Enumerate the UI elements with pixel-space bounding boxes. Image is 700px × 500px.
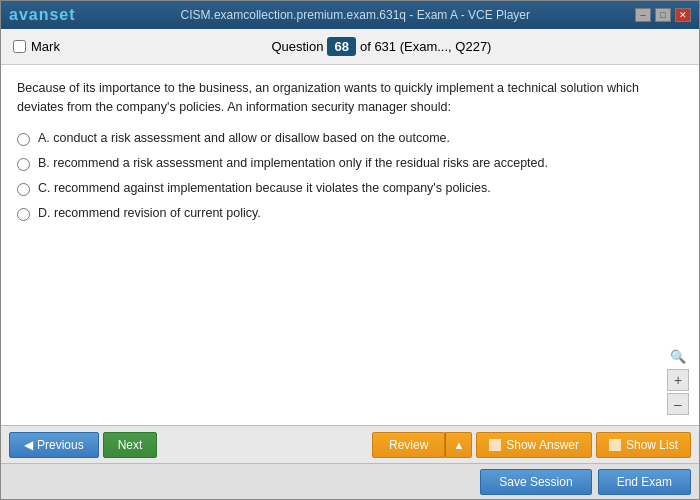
mark-label[interactable]: Mark — [13, 39, 60, 54]
question-label: Question — [271, 39, 323, 54]
show-answer-icon — [489, 439, 501, 451]
nav-bar: ◀ Previous Next Review ▲ Show Answer Sho… — [1, 425, 699, 463]
question-number-badge: 68 — [327, 37, 355, 56]
question-info: Question 68 of 631 (Exam..., Q227) — [76, 37, 687, 56]
show-answer-button[interactable]: Show Answer — [476, 432, 592, 458]
logo-suffix: set — [49, 6, 75, 23]
zoom-in-button[interactable]: + — [667, 369, 689, 391]
logo-area: avanset — [9, 6, 76, 24]
toolbar: Mark Question 68 of 631 (Exam..., Q227) — [1, 29, 699, 65]
mark-checkbox[interactable] — [13, 40, 26, 53]
title-bar: avanset CISM.examcollection.premium.exam… — [1, 1, 699, 29]
radio-c[interactable] — [17, 183, 30, 196]
answer-label-d: D. recommend revision of current policy. — [38, 206, 261, 220]
review-button[interactable]: Review — [372, 432, 445, 458]
answer-option-d: D. recommend revision of current policy. — [17, 206, 683, 221]
answer-option-b: B. recommend a risk assessment and imple… — [17, 156, 683, 171]
maximize-button[interactable]: □ — [655, 8, 671, 22]
answer-option-c: C. recommend against implementation beca… — [17, 181, 683, 196]
zoom-out-button[interactable]: – — [667, 393, 689, 415]
question-total: of 631 (Exam..., Q227) — [360, 39, 492, 54]
bottom-bar: Save Session End Exam — [1, 463, 699, 499]
next-button[interactable]: Next — [103, 432, 158, 458]
window-title: CISM.examcollection.premium.exam.631q - … — [76, 8, 635, 22]
previous-button[interactable]: ◀ Previous — [9, 432, 99, 458]
prev-arrow-icon: ◀ — [24, 438, 33, 452]
answer-option-a: A. conduct a risk assessment and allow o… — [17, 131, 683, 146]
logo-prefix: avan — [9, 6, 49, 23]
answer-label-b: B. recommend a risk assessment and imple… — [38, 156, 548, 170]
show-list-button[interactable]: Show List — [596, 432, 691, 458]
mark-text: Mark — [31, 39, 60, 54]
radio-b[interactable] — [17, 158, 30, 171]
show-list-icon — [609, 439, 621, 451]
save-session-button[interactable]: Save Session — [480, 469, 591, 495]
radio-a[interactable] — [17, 133, 30, 146]
minimize-button[interactable]: – — [635, 8, 651, 22]
close-button[interactable]: ✕ — [675, 8, 691, 22]
end-exam-button[interactable]: End Exam — [598, 469, 691, 495]
review-dropdown-button[interactable]: ▲ — [445, 432, 472, 458]
app-window: avanset CISM.examcollection.premium.exam… — [0, 0, 700, 500]
search-button[interactable]: 🔍 — [667, 345, 689, 367]
answer-label-a: A. conduct a risk assessment and allow o… — [38, 131, 450, 145]
question-text: Because of its importance to the busines… — [17, 79, 683, 117]
review-button-group: Review ▲ — [372, 432, 472, 458]
main-content: Because of its importance to the busines… — [1, 65, 699, 425]
answer-label-c: C. recommend against implementation beca… — [38, 181, 491, 195]
zoom-controls: 🔍 + – — [667, 345, 689, 415]
logo: avanset — [9, 6, 76, 24]
window-controls: – □ ✕ — [635, 8, 691, 22]
radio-d[interactable] — [17, 208, 30, 221]
